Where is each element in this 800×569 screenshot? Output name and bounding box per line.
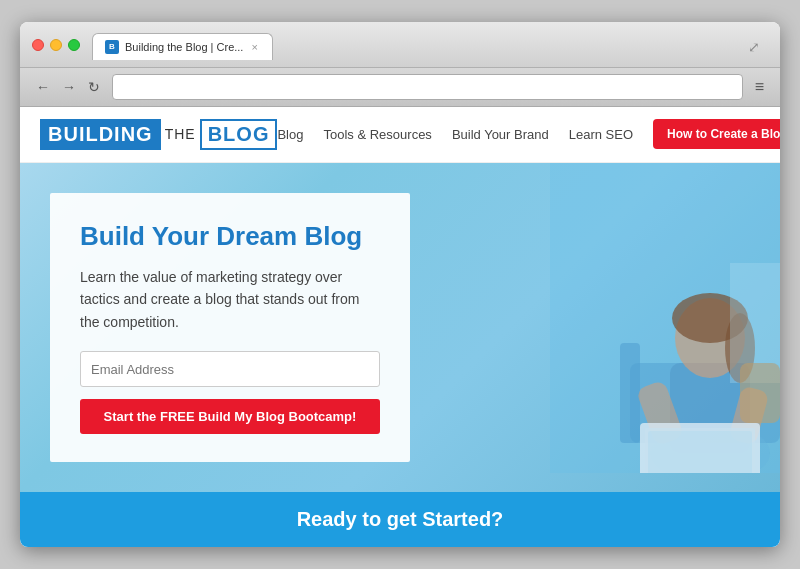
- tab-close-button[interactable]: ×: [249, 41, 259, 53]
- toolbar-nav: ← → ↻: [32, 77, 104, 97]
- ready-text: Ready to get Started?: [297, 508, 504, 530]
- minimize-traffic-light[interactable]: [50, 39, 62, 51]
- logo-the: THE: [161, 126, 200, 142]
- svg-rect-12: [648, 431, 752, 473]
- traffic-lights: [32, 39, 80, 51]
- svg-rect-14: [740, 363, 780, 423]
- expand-icon[interactable]: ⤢: [740, 35, 768, 59]
- browser-titlebar: B Building the Blog | Cre... × ⤢: [20, 22, 780, 68]
- logo-building: BUILDING: [40, 119, 161, 150]
- site-nav: BUILDING THE BLOG Blog Tools & Resources…: [20, 107, 780, 163]
- site-menu: Blog Tools & Resources Build Your Brand …: [277, 119, 780, 149]
- site-logo: BUILDING THE BLOG: [40, 119, 277, 150]
- hero-subtitle: Learn the value of marketing strategy ov…: [80, 266, 380, 333]
- browser-toolbar: ← → ↻ ≡: [20, 68, 780, 107]
- browser-window: B Building the Blog | Cre... × ⤢ ← → ↻ ≡…: [20, 22, 780, 547]
- nav-item-brand[interactable]: Build Your Brand: [452, 127, 549, 142]
- forward-button[interactable]: →: [58, 77, 80, 97]
- tab-title: Building the Blog | Cre...: [125, 41, 243, 53]
- svg-rect-2: [620, 343, 640, 443]
- nav-item-blog[interactable]: Blog: [277, 127, 303, 142]
- close-traffic-light[interactable]: [32, 39, 44, 51]
- maximize-traffic-light[interactable]: [68, 39, 80, 51]
- hero-card: Build Your Dream Blog Learn the value of…: [50, 193, 410, 462]
- nav-item-seo[interactable]: Learn SEO: [569, 127, 633, 142]
- email-input[interactable]: [80, 351, 380, 387]
- address-bar[interactable]: [112, 74, 743, 100]
- hero-cta-button[interactable]: Start the FREE Build My Blog Bootcamp!: [80, 399, 380, 434]
- nav-cta-button[interactable]: How to Create a Blog: [653, 119, 780, 149]
- menu-icon[interactable]: ≡: [751, 76, 768, 98]
- refresh-button[interactable]: ↻: [84, 77, 104, 97]
- back-button[interactable]: ←: [32, 77, 54, 97]
- nav-cta-button-item: How to Create a Blog: [653, 119, 780, 149]
- ready-banner: Ready to get Started?: [20, 492, 780, 547]
- hero-title: Build Your Dream Blog: [80, 221, 380, 252]
- browser-tab[interactable]: B Building the Blog | Cre... ×: [92, 33, 273, 60]
- hero-section: Build Your Dream Blog Learn the value of…: [20, 163, 780, 492]
- website-content: BUILDING THE BLOG Blog Tools & Resources…: [20, 107, 780, 547]
- hero-visual: [350, 163, 780, 473]
- browser-controls: B Building the Blog | Cre... × ⤢: [32, 32, 768, 59]
- logo-blog: BLOG: [200, 119, 278, 150]
- tab-favicon: B: [105, 40, 119, 54]
- nav-item-tools[interactable]: Tools & Resources: [323, 127, 431, 142]
